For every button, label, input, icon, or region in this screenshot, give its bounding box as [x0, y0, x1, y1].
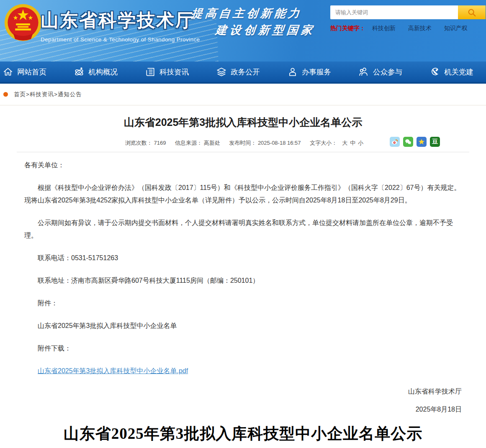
- home-icon: [3, 67, 13, 77]
- meta-fontsize-label: 文字大小：: [310, 140, 337, 146]
- salutation: 各有关单位：: [24, 159, 462, 172]
- nav-item-news[interactable]: 科技资讯: [145, 67, 189, 77]
- breadcrumb[interactable]: 首页>科技资讯>通知公告: [14, 91, 82, 98]
- article-body: 各有关单位： 根据《科技型中小企业评价办法》（国科发政〔2017〕115号）和《…: [24, 159, 462, 377]
- contact-address: 联系地址：济南市高新区舜华路607号科技大厦1115房间（邮编：250101）: [24, 274, 462, 287]
- paragraph-1: 根据《科技型中小企业评价办法》（国科发政〔2017〕115号）和《科技型中小企业…: [24, 182, 462, 207]
- news-icon: [145, 67, 156, 77]
- person-badge-icon: [287, 67, 298, 77]
- meta-views: 浏览次数： 7169: [125, 140, 166, 146]
- hot-keywords-label: 热门关键字：: [330, 25, 365, 32]
- page: 山东省科学技术厅 Department of Science & Technol…: [0, 0, 486, 448]
- weibo-icon[interactable]: [390, 137, 400, 147]
- hot-keywords-row: 热门关键字： 科技创新 高新技术 知识产权: [330, 25, 486, 32]
- people-icon: [358, 67, 369, 77]
- article-meta-row: 浏览次数： 7169 信息来源： 高新处 发布时间： 2025-08-18 16…: [24, 138, 462, 148]
- site-subtitle: Department of Science & Technology of Sh…: [41, 36, 200, 43]
- meta-divider: [17, 152, 469, 152]
- nav-label: 办事服务: [302, 67, 331, 77]
- search-input[interactable]: [330, 5, 458, 19]
- brand-block: 山东省科学技术厅 Department of Science & Technol…: [41, 8, 200, 43]
- site-header: 山东省科学技术厅 Department of Science & Technol…: [0, 0, 486, 61]
- signature-date: 2025年8月18日: [24, 405, 462, 414]
- contact-phone: 联系电话：0531-51751263: [24, 252, 462, 264]
- site-title: 山东省科学技术厅: [41, 8, 200, 33]
- douban-icon[interactable]: 豆: [430, 137, 440, 147]
- atom-icon: [74, 67, 85, 77]
- meta-time: 发布时间： 2025-08-18 16:57: [229, 140, 301, 146]
- meta-source: 信息来源： 高新处: [175, 140, 220, 146]
- nav-item-public[interactable]: 公众参与: [358, 67, 402, 77]
- party-emblem-icon: [429, 67, 440, 77]
- breadcrumb-bar: 首页>科技资讯>通知公告: [0, 84, 486, 105]
- font-size-large-button[interactable]: 大: [342, 140, 347, 146]
- breadcrumb-dot-icon: [3, 92, 8, 97]
- article: 山东省2025年第3批拟入库科技型中小企业名单公示 浏览次数： 7169 信息来…: [0, 105, 486, 414]
- nav-item-home[interactable]: 网站首页: [3, 67, 46, 77]
- download-label: 附件下载：: [24, 342, 462, 355]
- nav-label: 机关党建: [444, 67, 473, 77]
- hot-keyword-gaoxin[interactable]: 高新技术: [408, 25, 432, 32]
- layers-icon: [216, 67, 227, 77]
- attachment-name: 山东省2025年第3批拟入库科技型中小企业名单: [24, 320, 462, 332]
- signature-block: 山东省科学技术厅 2025年8月18日: [24, 387, 462, 414]
- nav-item-overview[interactable]: 机构概况: [74, 67, 118, 77]
- main-nav: 网站首页 机构概况 科技资讯 政务公开 办事服务: [0, 61, 486, 84]
- list-section-title: 山东省2025年第3批拟入库科技型中小企业名单公示: [0, 423, 486, 444]
- nav-item-gov-info[interactable]: 政务公开: [216, 67, 260, 77]
- nav-label: 科技资讯: [159, 67, 189, 77]
- font-size-small-button[interactable]: 小: [358, 140, 363, 146]
- attachment-pdf-link[interactable]: 山东省2025年第3批拟入库科技型中小企业名单.pdf: [38, 367, 188, 374]
- wechat-icon[interactable]: [403, 137, 413, 147]
- share-icons: 豆: [390, 137, 440, 147]
- qzone-icon[interactable]: [417, 137, 427, 147]
- national-emblem-logo: [3, 3, 43, 42]
- search-icon: [467, 8, 476, 17]
- slogan: 提高自主创新能力 建设创新型国家: [189, 6, 318, 38]
- search-button[interactable]: [458, 5, 486, 19]
- nav-label: 政务公开: [231, 67, 260, 77]
- nav-label: 公众参与: [373, 67, 402, 77]
- paragraph-2: 公示期间如有异议，请于公示期内提交书面材料，个人提交材料请署明真实姓名和联系方式…: [24, 217, 462, 242]
- signature-org: 山东省科学技术厅: [24, 387, 462, 396]
- hot-keyword-keji[interactable]: 科技创新: [372, 25, 396, 32]
- search-area: 热门关键字： 科技创新 高新技术 知识产权: [330, 5, 486, 32]
- article-title: 山东省2025年第3批拟入库科技型中小企业名单公示: [24, 115, 462, 129]
- attachment-label: 附件：: [24, 297, 462, 310]
- hot-keyword-zhishi[interactable]: 知识产权: [444, 25, 468, 32]
- nav-item-services[interactable]: 办事服务: [287, 67, 331, 77]
- font-size-medium-button[interactable]: 中: [350, 140, 355, 146]
- slogan-line1: 提高自主创新能力: [190, 6, 318, 21]
- nav-label: 机构概况: [88, 67, 118, 77]
- nav-item-party[interactable]: 机关党建: [429, 67, 473, 77]
- nav-label: 网站首页: [17, 67, 46, 77]
- slogan-line2: 建设创新型国家: [215, 23, 316, 38]
